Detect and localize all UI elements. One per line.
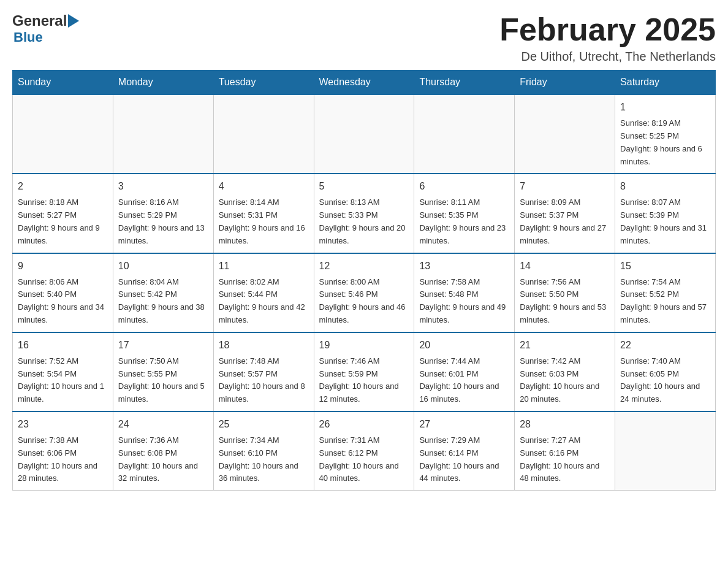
calendar-day-cell — [113, 94, 213, 174]
day-number: 21 — [520, 338, 610, 353]
weekday-header-tuesday: Tuesday — [213, 71, 314, 95]
day-info: Sunrise: 8:06 AMSunset: 5:40 PMDaylight:… — [18, 276, 108, 327]
day-number: 16 — [18, 338, 108, 353]
day-info: Sunrise: 8:00 AMSunset: 5:46 PMDaylight:… — [319, 276, 409, 327]
day-info: Sunrise: 8:11 AMSunset: 5:35 PMDaylight:… — [419, 196, 509, 247]
day-number: 12 — [319, 259, 409, 274]
calendar-week-row: 2Sunrise: 8:18 AMSunset: 5:27 PMDaylight… — [13, 174, 716, 253]
calendar-day-cell: 15Sunrise: 7:54 AMSunset: 5:52 PMDayligh… — [615, 253, 716, 332]
day-info: Sunrise: 7:36 AMSunset: 6:08 PMDaylight:… — [118, 434, 208, 485]
month-title: February 2025 — [499, 12, 716, 47]
day-info: Sunrise: 7:42 AMSunset: 6:03 PMDaylight:… — [520, 355, 610, 406]
day-number: 28 — [520, 417, 610, 432]
day-info: Sunrise: 7:52 AMSunset: 5:54 PMDaylight:… — [18, 355, 108, 406]
calendar-day-cell: 10Sunrise: 8:04 AMSunset: 5:42 PMDayligh… — [113, 253, 213, 332]
weekday-header-friday: Friday — [515, 71, 615, 95]
calendar-day-cell: 16Sunrise: 7:52 AMSunset: 5:54 PMDayligh… — [13, 332, 113, 412]
day-info: Sunrise: 7:58 AMSunset: 5:48 PMDaylight:… — [419, 276, 509, 327]
logo-general-text: General — [12, 12, 67, 29]
day-number: 10 — [118, 259, 208, 274]
calendar-day-cell: 4Sunrise: 8:14 AMSunset: 5:31 PMDaylight… — [213, 174, 314, 253]
page-header: General Blue February 2025 De Uithof, Ut… — [12, 12, 716, 64]
calendar-day-cell: 7Sunrise: 8:09 AMSunset: 5:37 PMDaylight… — [515, 174, 615, 253]
svg-marker-0 — [68, 14, 79, 28]
day-info: Sunrise: 7:48 AMSunset: 5:57 PMDaylight:… — [219, 355, 309, 406]
calendar-day-cell — [615, 412, 716, 491]
day-info: Sunrise: 7:56 AMSunset: 5:50 PMDaylight:… — [520, 276, 610, 327]
day-number: 23 — [18, 417, 108, 432]
day-info: Sunrise: 7:46 AMSunset: 5:59 PMDaylight:… — [319, 355, 409, 406]
day-info: Sunrise: 8:07 AMSunset: 5:39 PMDaylight:… — [620, 196, 710, 247]
day-number: 2 — [18, 179, 108, 194]
title-block: February 2025 De Uithof, Utrecht, The Ne… — [499, 12, 716, 64]
calendar-table: SundayMondayTuesdayWednesdayThursdayFrid… — [12, 70, 716, 491]
calendar-day-cell: 9Sunrise: 8:06 AMSunset: 5:40 PMDaylight… — [13, 253, 113, 332]
day-number: 1 — [620, 100, 710, 115]
calendar-day-cell: 6Sunrise: 8:11 AMSunset: 5:35 PMDaylight… — [414, 174, 515, 253]
day-number: 26 — [319, 417, 409, 432]
weekday-header-monday: Monday — [113, 71, 213, 95]
day-number: 8 — [620, 179, 710, 194]
day-info: Sunrise: 8:09 AMSunset: 5:37 PMDaylight:… — [520, 196, 610, 247]
day-number: 17 — [118, 338, 208, 353]
day-number: 9 — [18, 259, 108, 274]
weekday-header-row: SundayMondayTuesdayWednesdayThursdayFrid… — [13, 71, 716, 95]
day-info: Sunrise: 7:40 AMSunset: 6:05 PMDaylight:… — [620, 355, 710, 406]
day-number: 3 — [118, 179, 208, 194]
calendar-day-cell: 13Sunrise: 7:58 AMSunset: 5:48 PMDayligh… — [414, 253, 515, 332]
calendar-day-cell — [13, 94, 113, 174]
calendar-day-cell: 14Sunrise: 7:56 AMSunset: 5:50 PMDayligh… — [515, 253, 615, 332]
calendar-day-cell: 11Sunrise: 8:02 AMSunset: 5:44 PMDayligh… — [213, 253, 314, 332]
calendar-day-cell — [213, 94, 314, 174]
calendar-day-cell: 28Sunrise: 7:27 AMSunset: 6:16 PMDayligh… — [515, 412, 615, 491]
day-number: 18 — [219, 338, 309, 353]
day-info: Sunrise: 7:38 AMSunset: 6:06 PMDaylight:… — [18, 434, 108, 485]
weekday-header-sunday: Sunday — [13, 71, 113, 95]
calendar-header: SundayMondayTuesdayWednesdayThursdayFrid… — [13, 71, 716, 95]
logo-blue-text: Blue — [13, 29, 43, 45]
calendar-week-row: 1Sunrise: 8:19 AMSunset: 5:25 PMDaylight… — [13, 94, 716, 174]
calendar-day-cell — [515, 94, 615, 174]
day-number: 7 — [520, 179, 610, 194]
day-info: Sunrise: 8:14 AMSunset: 5:31 PMDaylight:… — [219, 196, 309, 247]
day-number: 4 — [219, 179, 309, 194]
location-subtitle: De Uithof, Utrecht, The Netherlands — [499, 50, 716, 64]
calendar-day-cell: 21Sunrise: 7:42 AMSunset: 6:03 PMDayligh… — [515, 332, 615, 412]
day-info: Sunrise: 8:13 AMSunset: 5:33 PMDaylight:… — [319, 196, 409, 247]
calendar-week-row: 16Sunrise: 7:52 AMSunset: 5:54 PMDayligh… — [13, 332, 716, 412]
calendar-day-cell: 3Sunrise: 8:16 AMSunset: 5:29 PMDaylight… — [113, 174, 213, 253]
calendar-day-cell: 22Sunrise: 7:40 AMSunset: 6:05 PMDayligh… — [615, 332, 716, 412]
logo: General Blue — [12, 12, 80, 45]
day-number: 6 — [419, 179, 509, 194]
calendar-day-cell: 24Sunrise: 7:36 AMSunset: 6:08 PMDayligh… — [113, 412, 213, 491]
day-info: Sunrise: 7:50 AMSunset: 5:55 PMDaylight:… — [118, 355, 208, 406]
calendar-day-cell: 27Sunrise: 7:29 AMSunset: 6:14 PMDayligh… — [414, 412, 515, 491]
day-info: Sunrise: 8:18 AMSunset: 5:27 PMDaylight:… — [18, 196, 108, 247]
calendar-week-row: 23Sunrise: 7:38 AMSunset: 6:06 PMDayligh… — [13, 412, 716, 491]
day-info: Sunrise: 7:31 AMSunset: 6:12 PMDaylight:… — [319, 434, 409, 485]
day-info: Sunrise: 7:29 AMSunset: 6:14 PMDaylight:… — [419, 434, 509, 485]
calendar-body: 1Sunrise: 8:19 AMSunset: 5:25 PMDaylight… — [13, 94, 716, 490]
calendar-day-cell: 18Sunrise: 7:48 AMSunset: 5:57 PMDayligh… — [213, 332, 314, 412]
calendar-day-cell: 26Sunrise: 7:31 AMSunset: 6:12 PMDayligh… — [314, 412, 414, 491]
day-info: Sunrise: 7:54 AMSunset: 5:52 PMDaylight:… — [620, 276, 710, 327]
calendar-day-cell: 25Sunrise: 7:34 AMSunset: 6:10 PMDayligh… — [213, 412, 314, 491]
calendar-day-cell — [314, 94, 414, 174]
calendar-week-row: 9Sunrise: 8:06 AMSunset: 5:40 PMDaylight… — [13, 253, 716, 332]
logo-wordmark: General — [12, 12, 80, 29]
calendar-day-cell: 1Sunrise: 8:19 AMSunset: 5:25 PMDaylight… — [615, 94, 716, 174]
calendar-day-cell: 17Sunrise: 7:50 AMSunset: 5:55 PMDayligh… — [113, 332, 213, 412]
logo-flag-icon — [68, 14, 79, 28]
day-number: 5 — [319, 179, 409, 194]
weekday-header-thursday: Thursday — [414, 71, 515, 95]
calendar-day-cell: 19Sunrise: 7:46 AMSunset: 5:59 PMDayligh… — [314, 332, 414, 412]
calendar-day-cell: 12Sunrise: 8:00 AMSunset: 5:46 PMDayligh… — [314, 253, 414, 332]
day-info: Sunrise: 8:02 AMSunset: 5:44 PMDaylight:… — [219, 276, 309, 327]
day-info: Sunrise: 8:16 AMSunset: 5:29 PMDaylight:… — [118, 196, 208, 247]
day-number: 13 — [419, 259, 509, 274]
day-info: Sunrise: 7:27 AMSunset: 6:16 PMDaylight:… — [520, 434, 610, 485]
day-info: Sunrise: 7:44 AMSunset: 6:01 PMDaylight:… — [419, 355, 509, 406]
day-number: 19 — [319, 338, 409, 353]
calendar-day-cell: 20Sunrise: 7:44 AMSunset: 6:01 PMDayligh… — [414, 332, 515, 412]
day-number: 27 — [419, 417, 509, 432]
